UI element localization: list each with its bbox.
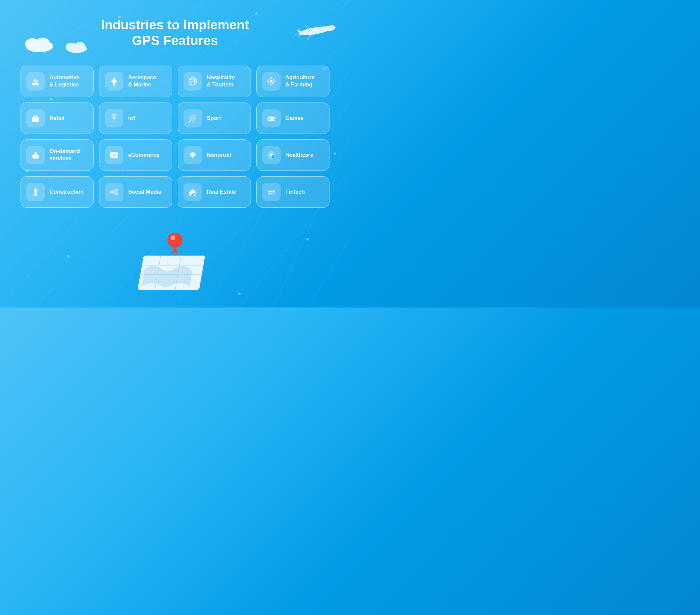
social-media-label: Social Media [128, 189, 161, 196]
fintech-label: Fintech [285, 189, 305, 196]
card-agriculture-farming[interactable]: Agriculture & Farming [257, 66, 329, 97]
page-title: Industries to Implement GPS Features [7, 17, 343, 49]
card-sport[interactable]: Sport [178, 102, 251, 134]
card-on-demand-services[interactable]: On-demand services [21, 139, 93, 171]
svg-point-39 [33, 84, 35, 86]
svg-point-94 [271, 193, 272, 194]
aerospace-marine-icon [105, 72, 123, 90]
retail-label: Retail [50, 115, 65, 122]
on-demand-services-label: On-demand services [50, 148, 80, 162]
card-iot[interactable]: IoT [99, 102, 172, 134]
on-demand-services-icon [26, 146, 45, 164]
real-estate-label: Real Estate [207, 189, 236, 196]
svg-line-60 [189, 115, 193, 118]
retail-icon [26, 109, 45, 127]
svg-rect-92 [268, 191, 274, 192]
card-retail[interactable]: Retail [21, 102, 93, 134]
healthcare-icon: + [262, 146, 280, 164]
card-automotive-logistics[interactable]: Automotive & Logistics [21, 66, 93, 97]
svg-rect-53 [34, 119, 37, 122]
social-media-icon [105, 183, 123, 201]
svg-point-68 [33, 157, 35, 159]
iot-label: IoT [128, 115, 136, 122]
svg-point-73 [112, 158, 113, 159]
automotive-logistics-icon [26, 72, 45, 90]
card-social-media[interactable]: Social Media [99, 176, 172, 208]
svg-marker-87 [189, 189, 197, 193]
ecommerce-icon [105, 146, 123, 164]
svg-rect-79 [35, 192, 37, 196]
svg-point-69 [36, 157, 38, 159]
games-label: Games [285, 115, 303, 122]
svg-point-83 [116, 189, 118, 191]
aerospace-marine-label: Aerospace & Marine [128, 74, 156, 88]
card-ecommerce[interactable]: eCommerce [99, 139, 172, 171]
svg-line-61 [193, 118, 196, 122]
agriculture-farming-icon [262, 72, 280, 90]
svg-rect-78 [34, 191, 37, 192]
automotive-logistics-label: Automotive & Logistics [50, 74, 80, 88]
svg-point-103 [171, 235, 175, 240]
svg-point-43 [113, 84, 115, 85]
svg-point-65 [272, 118, 273, 119]
hospitality-tourism-label: Hospitality & Tourism [207, 74, 235, 88]
card-hospitality-tourism[interactable]: Hospitality & Tourism [178, 66, 251, 97]
card-construction[interactable]: Construction [21, 176, 93, 208]
nonprofit-icon [184, 146, 202, 164]
svg-point-77 [34, 189, 37, 191]
sport-label: Sport [207, 115, 221, 122]
card-nonprofit[interactable]: Nonprofit [178, 139, 251, 171]
nonprofit-label: Nonprofit [207, 152, 232, 159]
svg-point-37 [35, 80, 37, 81]
games-icon [262, 109, 280, 127]
svg-point-93 [269, 193, 270, 194]
svg-text:· · · ·: · · · · [270, 188, 273, 190]
svg-line-59 [191, 116, 195, 120]
hospitality-tourism-icon [184, 72, 202, 90]
page-header: Industries to Implement GPS Features [0, 0, 350, 59]
card-healthcare[interactable]: +Healthcare [257, 139, 329, 171]
svg-point-66 [273, 119, 274, 120]
industries-grid: Automotive & LogisticsAerospace & Marine… [0, 59, 350, 222]
svg-rect-71 [110, 152, 118, 158]
svg-rect-80 [34, 196, 38, 196]
svg-point-51 [270, 80, 272, 82]
sport-icon [184, 109, 202, 127]
svg-point-42 [111, 80, 117, 82]
svg-point-82 [110, 191, 112, 193]
svg-point-40 [37, 84, 38, 86]
svg-point-70 [35, 152, 37, 154]
construction-icon [26, 183, 45, 201]
ecommerce-label: eCommerce [128, 152, 160, 159]
bottom-decoration [0, 222, 350, 300]
healthcare-label: Healthcare [285, 152, 313, 159]
svg-text:+: + [272, 156, 274, 158]
card-aerospace-marine[interactable]: Aerospace & Marine [99, 66, 172, 97]
svg-point-55 [113, 117, 115, 119]
agriculture-farming-label: Agriculture & Farming [285, 74, 314, 88]
iot-icon [105, 109, 123, 127]
svg-point-102 [167, 233, 183, 248]
card-games[interactable]: Games [257, 102, 329, 134]
card-fintech[interactable]: · · · ·Fintech [257, 176, 329, 208]
fintech-icon: · · · · [262, 183, 280, 201]
real-estate-icon: $ [184, 183, 202, 201]
construction-label: Construction [50, 189, 84, 196]
svg-point-84 [116, 193, 118, 195]
card-real-estate[interactable]: $Real Estate [178, 176, 251, 208]
